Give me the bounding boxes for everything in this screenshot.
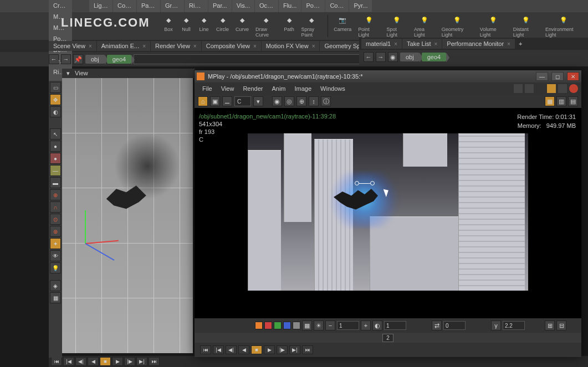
adapt-2-button[interactable]: ⊟ bbox=[556, 321, 566, 330]
tb-home-button[interactable]: ⌂ bbox=[198, 96, 208, 106]
selection-handle-1[interactable] bbox=[355, 181, 359, 185]
main-last-button[interactable]: ⏭ bbox=[149, 357, 160, 366]
shelf-spray[interactable]: ◆Spray Paint bbox=[298, 13, 326, 39]
shelf-camera[interactable]: 📷Camera bbox=[330, 13, 355, 39]
color-alpha[interactable] bbox=[293, 322, 300, 329]
mplay-menu-file[interactable]: File bbox=[198, 84, 217, 94]
nav-back-right-button[interactable]: ← bbox=[364, 52, 374, 62]
channel-input[interactable] bbox=[234, 96, 251, 106]
mplay-titlebar[interactable]: MPlay - /obj/subnet1/dragon_new/cam1(ray… bbox=[195, 70, 581, 82]
color-green[interactable] bbox=[274, 322, 282, 329]
tool-display[interactable]: 💡 bbox=[50, 262, 61, 273]
zoom-out-button[interactable]: − bbox=[325, 321, 335, 330]
mplay-first-button[interactable]: ⏮ bbox=[200, 345, 211, 354]
mplay-menu-anim[interactable]: Anim bbox=[267, 84, 290, 94]
breadcrumb-obj-right[interactable]: obj bbox=[400, 53, 420, 61]
menu-con[interactable]: Con... bbox=[325, 0, 349, 12]
shelf-circle[interactable]: ◆Circle bbox=[213, 13, 232, 39]
menu-grains[interactable]: Grains bbox=[161, 0, 184, 12]
mplay-menu-render[interactable]: Render bbox=[238, 84, 267, 94]
layout-2-button[interactable]: ▥ bbox=[556, 96, 566, 106]
tool-move[interactable]: ✥ bbox=[50, 94, 61, 105]
shelf-box[interactable]: ◆Box bbox=[160, 13, 177, 39]
shelf-spotlight[interactable]: 💡Spot Light bbox=[384, 13, 411, 39]
bg-toggle-button[interactable]: ▦ bbox=[302, 321, 312, 330]
shelf-pointlight[interactable]: 💡Point Light bbox=[355, 13, 383, 39]
menu-ligh[interactable]: Ligh... bbox=[89, 0, 113, 12]
close-tab-icon[interactable]: × bbox=[253, 43, 257, 49]
zoom-in-button[interactable]: + bbox=[361, 321, 371, 330]
tool-select[interactable]: ▭ bbox=[50, 82, 61, 93]
main-first-button[interactable]: ⏮ bbox=[51, 357, 62, 366]
record-icon[interactable] bbox=[569, 84, 578, 93]
color-fg[interactable] bbox=[255, 322, 263, 329]
mplay-menu-windows[interactable]: Windows bbox=[316, 84, 350, 94]
gamma-icon[interactable]: γ bbox=[491, 321, 501, 330]
tb-info-button[interactable]: ⓘ bbox=[321, 96, 331, 106]
shelf-vollight[interactable]: 💡Volume Light bbox=[477, 13, 510, 39]
main-nextkey-button[interactable]: ▶| bbox=[136, 357, 147, 366]
shelf-geolight[interactable]: 💡Geometry Light bbox=[438, 13, 477, 39]
tb-2-button[interactable]: ◎ bbox=[284, 96, 294, 106]
mplay-stop-button[interactable]: ■ bbox=[251, 345, 262, 354]
close-tab-icon[interactable]: × bbox=[89, 43, 92, 49]
menu-pyr[interactable]: Pyr... bbox=[349, 0, 372, 12]
zoom-input[interactable] bbox=[337, 321, 359, 330]
tab-take-list[interactable]: Take List× bbox=[402, 39, 442, 49]
tab-animation-e-[interactable]: Animation E...× bbox=[97, 41, 150, 51]
breadcrumb-obj[interactable]: obj bbox=[85, 55, 105, 64]
main-stop-button[interactable]: ■ bbox=[100, 357, 111, 366]
menu-create[interactable]: Create bbox=[49, 0, 72, 11]
nav-fwd-button[interactable]: → bbox=[61, 54, 71, 64]
menu-coll[interactable]: Coll... bbox=[113, 0, 136, 12]
tool-extra-1[interactable]: ◈ bbox=[50, 280, 61, 291]
tab-render-view[interactable]: Render View× bbox=[151, 41, 201, 51]
maximize-button[interactable]: ◻ bbox=[551, 72, 564, 81]
offset-input[interactable] bbox=[443, 321, 466, 330]
shelf-arealight[interactable]: 💡Area Light bbox=[411, 13, 438, 39]
close-tab-icon[interactable]: × bbox=[507, 41, 510, 47]
shelf-line[interactable]: ◆Line bbox=[195, 13, 213, 39]
shelf-drawcurve[interactable]: ◆Draw Curve bbox=[252, 13, 280, 39]
main-prevkey-button[interactable]: |◀ bbox=[63, 357, 74, 366]
tool-construction[interactable]: ✦ bbox=[50, 238, 61, 249]
tool-arrow[interactable]: ↖ bbox=[50, 128, 61, 139]
tb-fit-button[interactable]: ▣ bbox=[210, 96, 220, 106]
shelf-path[interactable]: ◆Path bbox=[280, 13, 298, 39]
tb-1-button[interactable]: ◉ bbox=[272, 96, 282, 106]
tb-4-button[interactable]: ↕ bbox=[309, 96, 319, 106]
nav-home-right-button[interactable]: ◉ bbox=[388, 52, 398, 62]
render-viewport[interactable]: /obj/subnet1/dragon_new/cam1(raytrace)-1… bbox=[195, 108, 581, 318]
gamma-input[interactable] bbox=[503, 321, 525, 330]
selection-handle-2[interactable] bbox=[370, 181, 375, 185]
close-tab-icon[interactable]: × bbox=[434, 41, 438, 47]
tool-edge[interactable]: — bbox=[50, 165, 61, 176]
tab-material1[interactable]: material1× bbox=[361, 39, 402, 49]
page-number[interactable]: 2 bbox=[382, 334, 393, 342]
tab-composite-view[interactable]: Composite View× bbox=[202, 41, 261, 51]
tool-snap-curve[interactable]: ∩ bbox=[50, 201, 61, 213]
tool-snap-grid[interactable]: ⊕ bbox=[50, 189, 61, 200]
tab-scene-view[interactable]: Scene View× bbox=[49, 41, 96, 51]
tool-face[interactable]: ▬ bbox=[50, 177, 61, 188]
add-tab-right-button[interactable]: + bbox=[515, 39, 525, 49]
channel-down-button[interactable]: ▾ bbox=[253, 96, 263, 106]
scene-viewport[interactable] bbox=[62, 77, 193, 353]
close-tab-icon[interactable]: × bbox=[312, 43, 315, 49]
tb-3-button[interactable]: ⊕ bbox=[296, 96, 306, 106]
menubar-icon-2[interactable] bbox=[525, 84, 534, 93]
main-stepback-button[interactable]: ◀| bbox=[75, 357, 86, 366]
nav-back-button[interactable]: ← bbox=[49, 54, 59, 64]
main-stepfwd-button[interactable]: |▶ bbox=[124, 357, 135, 366]
exposure-input[interactable] bbox=[384, 321, 406, 330]
menu-flu[interactable]: Flu... bbox=[279, 0, 301, 12]
mplay-menu-image[interactable]: Image bbox=[290, 84, 316, 94]
tool-snap-point[interactable]: ⊙ bbox=[50, 214, 61, 225]
shelf-null[interactable]: ◆Null bbox=[177, 13, 195, 39]
close-tab-icon[interactable]: × bbox=[193, 43, 197, 49]
menu-rigi[interactable]: Rigi... bbox=[185, 0, 208, 12]
menu-part[interactable]: Part... bbox=[137, 0, 160, 12]
tool-view[interactable]: 👁 bbox=[50, 250, 61, 261]
contrast-icon[interactable]: ◐ bbox=[372, 321, 382, 330]
color-red[interactable] bbox=[264, 322, 272, 329]
